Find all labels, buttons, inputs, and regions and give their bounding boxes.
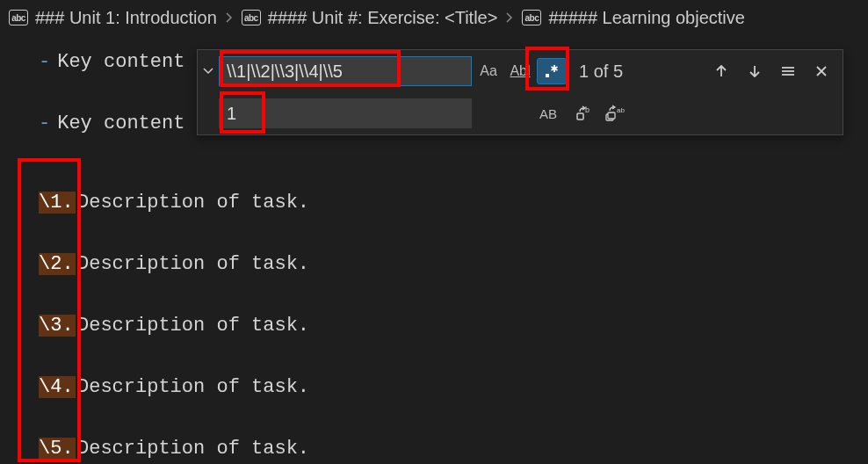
search-input[interactable] [219, 56, 472, 86]
svg-rect-10 [608, 112, 615, 119]
svg-text:ab: ab [617, 106, 625, 114]
next-match-button[interactable] [744, 63, 765, 79]
list-dash: - [39, 51, 50, 73]
task-desc: Description of task. [77, 438, 309, 460]
symbol-icon: abc [9, 10, 28, 25]
breadcrumb-item[interactable]: ##### Learning objective [548, 8, 745, 28]
close-button[interactable] [811, 63, 832, 79]
breadcrumb-bar: abc ### Unit 1: Introduction abc #### Un… [0, 0, 868, 35]
close-icon [814, 64, 828, 78]
chevron-down-icon [203, 66, 213, 76]
match-count: 1 of 5 [579, 62, 711, 82]
regex-icon [544, 63, 560, 79]
svg-text:b: b [585, 105, 590, 114]
use-regex-button[interactable] [537, 58, 567, 84]
replace-all-icon: ab [605, 105, 625, 122]
preserve-case-button[interactable]: AB [533, 100, 563, 127]
task-number: \2. [39, 253, 76, 275]
task-line: \4. Description of task. [0, 371, 868, 402]
symbol-icon: abc [522, 10, 541, 25]
task-desc: Description of task. [77, 315, 309, 337]
chevron-right-icon [224, 12, 235, 23]
find-replace-widget: Aa Abl 1 of 5 AB b ab [197, 49, 843, 135]
arrow-down-icon [747, 63, 763, 79]
key-content-text: Key content [57, 112, 184, 134]
match-case-button[interactable]: Aa [474, 58, 503, 84]
key-content-text: Key content [57, 51, 184, 73]
task-desc: Description of task. [77, 192, 309, 214]
task-line: \3. Description of task. [0, 309, 868, 341]
replace-one-button[interactable]: b [575, 105, 593, 122]
task-line: \2. Description of task. [0, 248, 868, 279]
match-whole-word-button[interactable]: Abl [505, 58, 535, 84]
prev-match-button[interactable] [711, 63, 732, 79]
task-desc: Description of task. [77, 376, 309, 398]
svg-rect-7 [577, 113, 583, 120]
list-dash: - [39, 112, 50, 134]
breadcrumb-item[interactable]: ### Unit 1: Introduction [35, 8, 217, 28]
task-number: \5. [39, 438, 76, 460]
arrow-up-icon [713, 63, 729, 79]
replace-all-button[interactable]: ab [605, 105, 625, 122]
symbol-icon: abc [242, 10, 261, 25]
replace-icon: b [575, 105, 593, 122]
breadcrumb-item[interactable]: #### Unit #: Exercise: <Title> [268, 8, 498, 28]
task-line: \1. Description of task. [0, 186, 868, 218]
toggle-replace-button[interactable] [198, 66, 219, 76]
task-desc: Description of task. [77, 253, 309, 275]
task-number: \3. [39, 315, 76, 337]
svg-rect-0 [546, 74, 549, 77]
chevron-right-icon [504, 12, 515, 23]
task-number: \4. [39, 376, 76, 398]
replace-input[interactable] [219, 98, 472, 128]
task-number: \1. [39, 192, 76, 214]
find-in-selection-button[interactable] [778, 63, 799, 79]
task-line: \5. Description of task. [0, 432, 868, 464]
selection-icon [780, 63, 796, 79]
